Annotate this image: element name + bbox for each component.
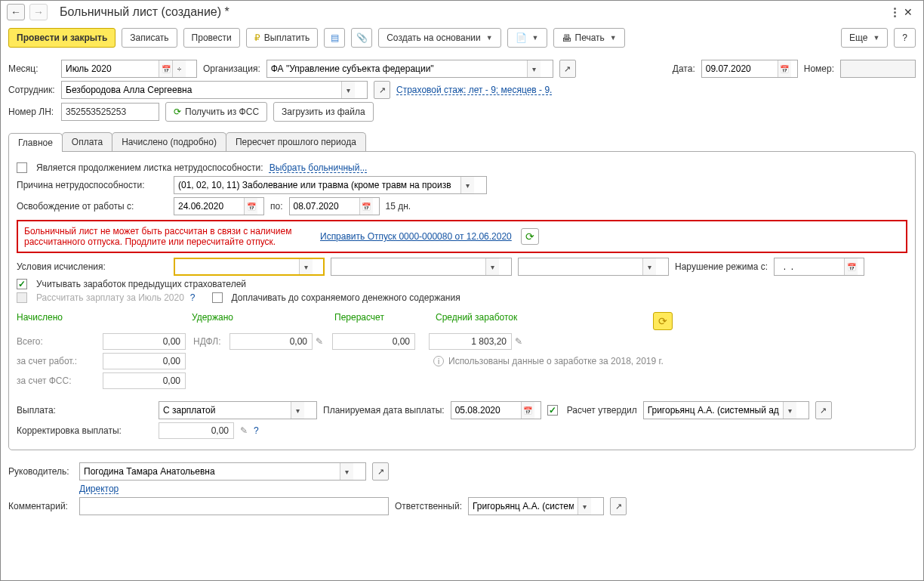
pay-button[interactable]: ₽Выплатить: [246, 28, 319, 48]
employee-field[interactable]: ▾: [61, 81, 368, 99]
save-button[interactable]: Записать: [122, 28, 177, 48]
comment-field[interactable]: [79, 497, 389, 515]
load-from-file-button[interactable]: Загрузить из файла: [273, 102, 374, 122]
tab-recalc[interactable]: Пересчет прошлого периода: [226, 132, 366, 151]
actions-dropdown[interactable]: 📄▼: [507, 28, 547, 48]
window-title: Больничный лист (создание) *: [60, 5, 889, 19]
more-button[interactable]: Еще▼: [841, 28, 888, 48]
total-accrued[interactable]: 0,00: [103, 333, 186, 350]
ln-field[interactable]: 352553525253: [61, 103, 159, 121]
create-based-on-button[interactable]: Создать на основании▼: [378, 28, 500, 48]
manager-field[interactable]: ▾: [79, 462, 366, 481]
dropdown-icon[interactable]: ▾: [485, 258, 499, 275]
help-icon[interactable]: ?: [190, 292, 196, 303]
calendar-icon[interactable]: 📅: [244, 198, 257, 215]
close-icon[interactable]: ✕: [904, 6, 913, 18]
reason-field[interactable]: ▾: [174, 176, 487, 194]
post-and-close-button[interactable]: Провести и закрыть: [8, 28, 116, 48]
dropdown-icon[interactable]: ▾: [299, 259, 313, 274]
kebab-menu-icon[interactable]: [894, 6, 896, 19]
calendar-icon[interactable]: 📅: [521, 402, 534, 419]
supplement-checkbox[interactable]: [212, 292, 223, 303]
consider-prev-checkbox[interactable]: [17, 279, 27, 289]
stepper-icon[interactable]: ÷: [172, 60, 186, 77]
release-to-field[interactable]: 📅: [289, 197, 380, 215]
calc-condition-2[interactable]: ▾: [331, 258, 512, 276]
employee-open-icon[interactable]: ↗: [374, 81, 390, 99]
calendar-icon[interactable]: 📅: [844, 258, 858, 275]
dropdown-icon[interactable]: ▾: [783, 402, 796, 419]
violation-date-field[interactable]: 📅: [774, 258, 864, 276]
attachments-icon[interactable]: [351, 28, 372, 48]
number-field: [840, 60, 916, 78]
post-button[interactable]: Провести: [183, 28, 240, 48]
correction-value[interactable]: 0,00: [159, 422, 234, 439]
edit-avg-icon[interactable]: ✎: [515, 336, 522, 347]
release-label: Освобождение от работы с:: [17, 201, 168, 212]
dropdown-icon[interactable]: ▾: [642, 258, 656, 275]
employer-value[interactable]: 0,00: [103, 353, 186, 369]
choose-sick-leave-link[interactable]: Выбрать больничный...: [270, 162, 368, 173]
responsible-field[interactable]: ▾: [468, 497, 604, 515]
tab-main[interactable]: Главное: [8, 133, 63, 152]
planned-date-label: Планируемая дата выплаты:: [323, 405, 445, 416]
violation-label: Нарушение режима с:: [675, 261, 768, 272]
recalculate-icon[interactable]: ⟳: [653, 312, 673, 330]
error-box: Больничный лист не может быть рассчитан …: [17, 220, 907, 253]
dropdown-icon[interactable]: ▾: [340, 463, 353, 480]
number-label: Номер:: [804, 63, 834, 74]
calc-condition-1[interactable]: ▾: [174, 258, 325, 276]
calendar-icon[interactable]: 📅: [359, 198, 373, 215]
dropdown-icon[interactable]: ▾: [527, 60, 541, 77]
manager-open-icon[interactable]: ↗: [372, 462, 389, 481]
insurance-link[interactable]: Страховой стаж: лет - 9; месяцев - 9.: [396, 85, 552, 95]
comment-label: Комментарий:: [8, 501, 73, 511]
calendar-icon[interactable]: 📅: [778, 60, 791, 77]
planned-date-field[interactable]: 📅: [451, 401, 541, 419]
dropdown-icon[interactable]: ▾: [291, 402, 304, 419]
tab-payment[interactable]: Оплата: [62, 132, 112, 151]
help-icon[interactable]: ?: [254, 425, 259, 436]
info-icon: i: [433, 356, 444, 366]
position-link[interactable]: Директор: [79, 484, 119, 494]
approved-by-field[interactable]: ▾: [643, 401, 809, 419]
employer-label: за счет работ.:: [17, 356, 100, 366]
ndfl-value[interactable]: 0,00: [229, 333, 313, 350]
total-label: Всего:: [17, 336, 100, 347]
approved-checkbox[interactable]: [547, 405, 558, 416]
calendar-icon[interactable]: 📅: [159, 60, 172, 77]
payment-field[interactable]: ▾: [159, 401, 317, 419]
date-field[interactable]: 📅: [701, 60, 798, 78]
nav-back[interactable]: ←: [7, 4, 25, 20]
month-field[interactable]: 📅 ÷: [61, 60, 197, 78]
org-open-icon[interactable]: ↗: [559, 60, 576, 78]
avg-earn-value[interactable]: 1 803,20: [429, 333, 512, 350]
calc-condition-3[interactable]: ▾: [518, 258, 669, 276]
responsible-open-icon[interactable]: ↗: [610, 497, 627, 515]
accrued-header: Начислено: [17, 312, 189, 330]
ndfl-label: НДФЛ:: [193, 336, 226, 347]
dropdown-icon[interactable]: ▾: [341, 82, 355, 98]
print-button[interactable]: Печать▼: [553, 28, 625, 48]
continuation-checkbox[interactable]: [17, 162, 27, 173]
edit-ndfl-icon[interactable]: ✎: [316, 336, 323, 347]
document-structure-icon[interactable]: ▤: [324, 28, 345, 48]
release-from-field[interactable]: 📅: [174, 197, 264, 215]
recalc-salary-checkbox: [17, 292, 27, 303]
recalc-value[interactable]: 0,00: [332, 333, 415, 350]
nav-forward[interactable]: →: [29, 4, 48, 20]
org-field[interactable]: ▾: [266, 60, 553, 78]
reload-icon[interactable]: ⟳: [521, 228, 539, 245]
approved-open-icon[interactable]: ↗: [815, 401, 832, 419]
manager-label: Руководитель:: [8, 466, 73, 477]
org-label: Организация:: [203, 63, 260, 74]
recalc-salary-label: Рассчитать зарплату за Июль 2020: [36, 292, 184, 303]
fix-vacation-link[interactable]: Исправить Отпуск 0000-000080 от 12.06.20…: [320, 231, 512, 242]
get-from-fss-button[interactable]: ⟳Получить из ФСС: [165, 102, 267, 122]
fss-value[interactable]: 0,00: [103, 372, 186, 389]
edit-correction-icon[interactable]: ✎: [240, 425, 248, 436]
tab-accrued-detail[interactable]: Начислено (подробно): [112, 132, 226, 151]
dropdown-icon[interactable]: ▾: [460, 177, 474, 193]
help-button[interactable]: ?: [894, 28, 916, 48]
dropdown-icon[interactable]: ▾: [578, 498, 591, 515]
